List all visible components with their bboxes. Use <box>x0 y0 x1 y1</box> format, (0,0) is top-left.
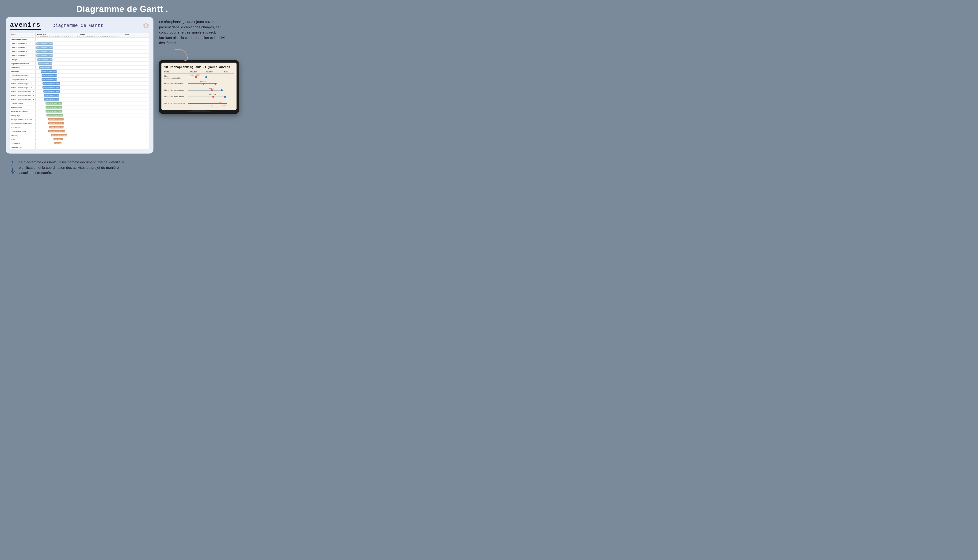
bars-area: Phase d'initialisation 25 janvier 2024 <box>36 66 149 69</box>
bars-area: Phase de lancement 30 janvier 2024 <box>36 73 149 77</box>
retro-row-conception: Phase de conception 07/02/04 <box>164 88 234 93</box>
phase-timeline-launch: 29/01/04 <box>186 82 234 86</box>
gantt-row: Spécifications techniques - 1Phase de la… <box>10 82 149 85</box>
task-name: Customisation thème <box>10 130 36 133</box>
fev-days: 1 2 3 4 5 6 7 8 9 10 11 <box>60 36 115 38</box>
bars-area: Phase de lancement 2 février 2024 <box>36 98 149 101</box>
gantt-bar: Phase d'initialisation 22 janvier 2024 <box>36 47 53 49</box>
conception-marker-end <box>221 89 223 91</box>
task-name: Rédaction des contenus <box>10 110 36 113</box>
conception-marker: 07/02/04 <box>211 89 213 91</box>
launch-date: 29/01/04 <box>199 81 206 83</box>
launch-line <box>188 83 217 84</box>
col-jan: JANVIER <box>186 71 202 73</box>
phase-label-init: Phase d'initialisation <box>164 75 186 79</box>
gantt-bar: Phase d'initialisation 22 janvier 2024 <box>36 54 53 57</box>
gantt-bar: Phase de conception 5 février 2024 <box>45 102 62 105</box>
launch-marker: 29/01/04 <box>203 83 205 85</box>
gantt-row: Charte éditorialePhase de conception 5 f… <box>10 102 149 105</box>
task-name: Étude de faisabilité - 2 <box>10 47 36 49</box>
main-content: avenirs Diagramme de Gantt ✿ Tâches janv… <box>0 17 244 157</box>
gantt-row: PrototypagePhase de conception 7 février… <box>10 113 149 117</box>
gantt-row: Étude de faisabilité - 4Phase d'initiali… <box>10 50 149 54</box>
production-date: 12/08/04 <box>209 94 216 96</box>
task-name: Proposition commerciale <box>10 62 36 65</box>
exploitation-marker: Livraison: 01/88/04 <box>219 102 221 104</box>
gantt-row: WebdesignPhase de production 19 février … <box>10 133 149 137</box>
phase-label-conception: Phase de conception <box>164 89 186 91</box>
col-mars: MARS <box>217 71 234 73</box>
task-name: Tests <box>10 138 36 141</box>
task-name: Recueil des besoins <box>10 38 36 41</box>
page-header: Diagramme de Gantt . <box>0 0 244 17</box>
col-etape: ÉTAPE <box>164 71 186 73</box>
task-name: Déploiement <box>10 142 36 145</box>
gantt-row: BenchmarkPhase de lancement 29 janvier 2… <box>10 70 149 73</box>
gantt-bar: Phase de pr... <box>53 138 63 140</box>
gantt-row: Conception graphiquePhase de lancement 3… <box>10 78 149 82</box>
gantt-chart: Tâches janvier 2024 février mars ● <box>10 33 149 149</box>
phase-label-exploitation: Phase d'exploitation <box>164 102 186 104</box>
gantt-row: Spécifications techniques - 2Phase de la… <box>10 85 149 90</box>
days-row: ● 20 21 22 23 24 25 26 27 28 29 <box>36 36 149 38</box>
mars-days: 1 2 3 4 <box>115 36 122 38</box>
init-marker-start: Début: 19/01/04 <box>195 76 197 78</box>
gantt-row: Étude de faisabilité - 2Phase d'initiali… <box>10 46 149 50</box>
task-name: Spécifications fonctionnelles - 2 <box>10 94 36 97</box>
launch-marker-end <box>214 83 216 85</box>
gantt-row: Proposition commercialePhase d'initialis… <box>10 62 149 66</box>
task-name: Étude de faisabilité - 4 <box>10 50 36 53</box>
conception-date: 07/02/04 <box>208 87 214 89</box>
bars-area: Phase de production 12 février 2024 → 13… <box>36 122 149 125</box>
gantt-row: Considérations marketingPhase de lanceme… <box>10 73 149 78</box>
tasks-col-header: Tâches <box>10 33 36 38</box>
task-name: Webdesign <box>10 134 36 137</box>
retro-row-init: Phase d'initialisation Début: 19/01/04 <box>164 75 234 80</box>
gantt-header: avenirs Diagramme de Gantt ✿ <box>10 21 149 30</box>
bars-area: Phase de conception 5 février 2024 → 6 f… <box>36 105 149 109</box>
phase-label-launch: Phase de lancement <box>164 83 186 85</box>
gantt-row: Hébergement et nom de domainePhase de pr… <box>10 117 149 122</box>
laptop-screen: 10-Rétroplanning sur 31 jours ouvrés ÉTA… <box>161 63 237 110</box>
gantt-row: SoutenancePhase d'initialisation 25 janv… <box>10 66 149 70</box>
retro-row-launch: Phase de lancement 29/01/04 <box>164 81 234 86</box>
annotation-right: Le rétroplanning sur 31 jours ouvrés, pr… <box>159 19 225 46</box>
bars-area: Phase d'initialisation 22 janvier 2024 <box>36 42 149 45</box>
task-name: Soutenance <box>10 66 36 69</box>
task-name: Conception graphique <box>10 78 36 81</box>
gantt-row: TestsPhase de pr... <box>10 137 149 142</box>
gantt-bar: Phase d'initialisation 25 janvier 2024 <box>39 66 52 69</box>
gantt-header-row: Tâches janvier 2024 février mars ● <box>10 33 149 38</box>
gantt-bar: Phase de lancement 31 janvier 2024 → 1 f… <box>42 82 60 85</box>
gantt-row: Spécifications fonctionnelles - 2Phase d… <box>10 93 149 98</box>
bars-area: Phase d'initialisation 24 janvier 2024 <box>36 62 149 65</box>
bars-area: Phase d'initialisation 22 janvier 2024 <box>36 46 149 50</box>
gantt-row: RéférencementPhase de conception 5 févri… <box>10 105 149 110</box>
gantt-bar: Phase de conception 5 février 2024 → 6 f… <box>45 110 62 113</box>
bars-area: Phase de conception 5 février 2024 <box>36 102 149 105</box>
gantt-row: Rédaction des contenusPhase de conceptio… <box>10 110 149 113</box>
month-names-row: janvier 2024 février mars <box>36 33 149 36</box>
gantt-bar: Phase de production 19 février 2024 → 23… <box>51 134 67 137</box>
gantt-bar: Phase de lancement 29 janvier 2024 <box>41 70 57 73</box>
gantt-row: Spécifications fonctionnelles - 3Phase d… <box>10 98 149 102</box>
task-name: Formation CMS <box>10 146 36 148</box>
retro-header: ÉTAPE JANVIER FÉVRIER MARS <box>164 71 234 73</box>
retro-row-production: Phase de production 12/08/04 <box>164 94 234 99</box>
gantt-row: Étude de faisabilité - 3Phase d'initiali… <box>10 54 149 58</box>
task-name: Référencement <box>10 106 36 109</box>
gantt-bar: Phase de conception 7 février 2024 → 9 f… <box>47 114 64 117</box>
bottom-annotation-text: Le diagramme de Gantt, utilisé comme doc… <box>19 160 124 175</box>
task-name: Étude de faisabilité - 1 <box>10 42 36 45</box>
conception-line <box>188 90 222 90</box>
gantt-bar: Phase de production 12 février 2024 → 13… <box>48 122 64 125</box>
phase-timeline-exploitation: Livraison: 01/88/04 <box>186 101 234 105</box>
month-mars: mars <box>105 33 149 36</box>
col-fev: FÉVRIER <box>202 71 218 73</box>
gantt-row: Installation thème extensionsPhase de pr… <box>10 122 149 125</box>
init-date: Début: 19/01/04 <box>189 74 201 76</box>
init-line <box>188 77 207 77</box>
gantt-bar: Phase de production 12 février 2024 <box>48 118 64 120</box>
exploitation-date: Livraison: 01/88/04 <box>211 105 227 107</box>
task-name: Charte éditoriale <box>10 102 36 105</box>
